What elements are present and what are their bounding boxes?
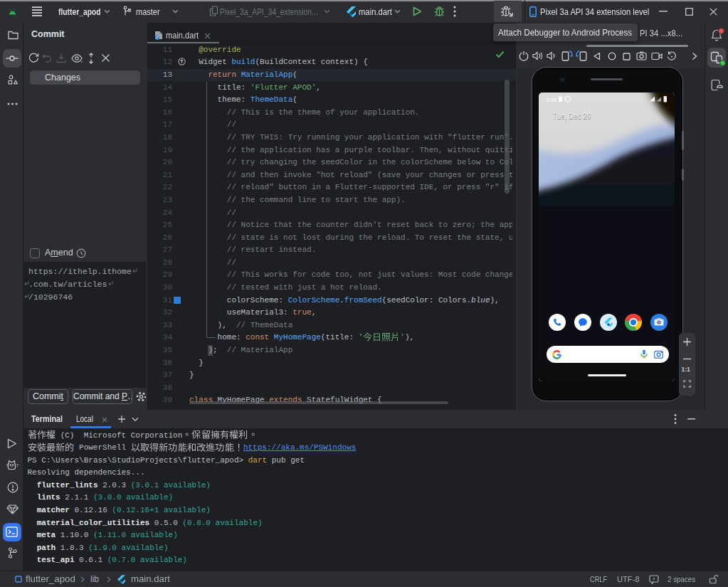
svg-text:Tue, Dec 26: Tue, Dec 26: [552, 112, 591, 120]
svg-text:3:56: 3:56: [546, 97, 557, 103]
